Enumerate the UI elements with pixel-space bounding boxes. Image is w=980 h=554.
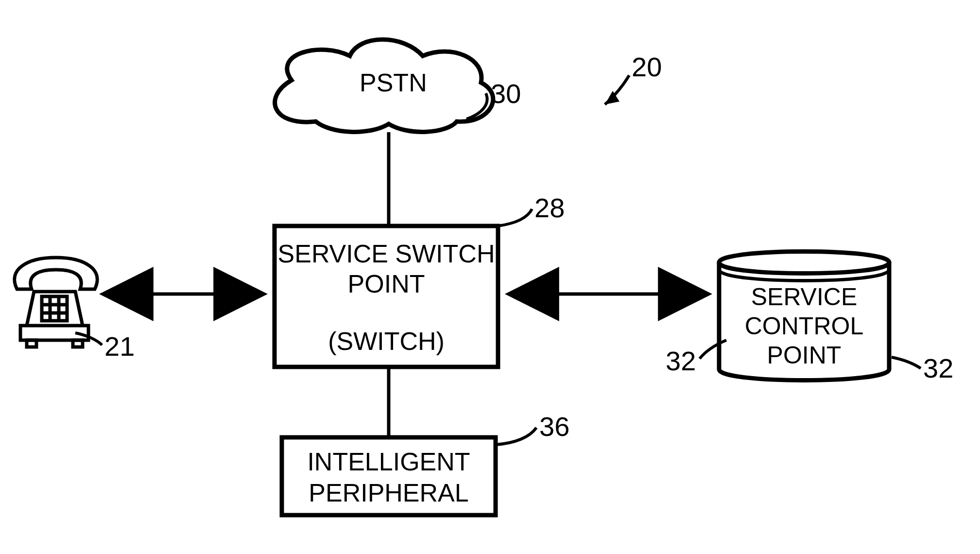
ref-21: 21 (104, 330, 135, 362)
ip-label-line1: INTELLIGENT (282, 446, 496, 478)
ref-32-right: 32 (923, 352, 953, 384)
ref-36: 36 (539, 411, 569, 442)
leader-32-right (892, 357, 921, 368)
ssp-label-line2: POINT (275, 268, 498, 300)
scp-label-line1: SERVICE (719, 282, 889, 312)
scp-label-line2: CONTROL (719, 311, 889, 342)
svg-rect-6 (27, 340, 36, 347)
ref-28: 28 (534, 192, 565, 224)
ssp-label-line1: SERVICE SWITCH (275, 238, 498, 270)
ssp-label-line3: (SWITCH) (275, 326, 498, 357)
ref-30: 30 (491, 78, 521, 109)
diagram-stage: PSTN SERVICE SWITCH POINT (SWITCH) INTEL… (0, 0, 980, 554)
leader-36 (496, 428, 536, 445)
ref-32-left: 32 (666, 345, 696, 377)
svg-rect-7 (73, 340, 83, 347)
telephone-icon (15, 258, 97, 347)
pstn-label: PSTN (360, 69, 427, 97)
scp-label-line3: POINT (719, 340, 889, 371)
ip-label-line2: PERIPHERAL (282, 477, 496, 509)
leader-28 (498, 209, 532, 226)
ref-20: 20 (632, 51, 662, 83)
svg-rect-1 (42, 296, 67, 321)
leader-20 (605, 75, 629, 104)
